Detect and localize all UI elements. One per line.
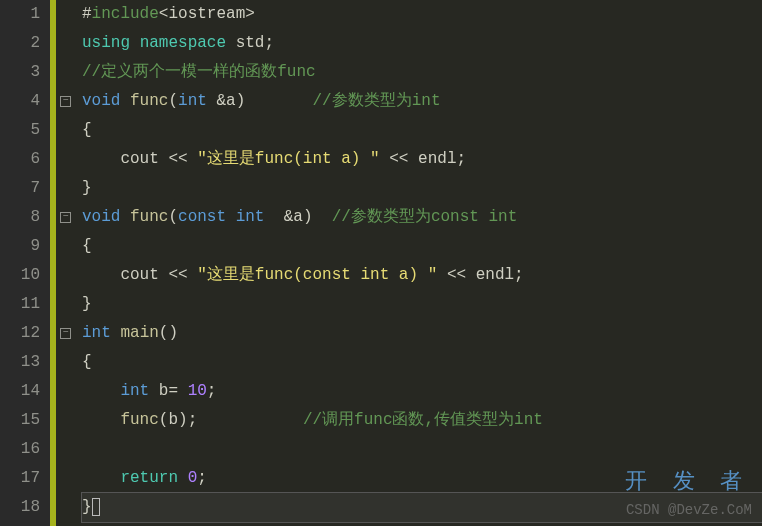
lbrace: { xyxy=(82,121,92,139)
code-line[interactable]: void func(const int &a) //参数类型为const int xyxy=(82,203,762,232)
function-name: func xyxy=(130,92,168,110)
text-cursor xyxy=(92,498,100,516)
code-line[interactable]: } xyxy=(82,174,762,203)
lbrace: { xyxy=(82,237,92,255)
string-literal: "这里是func(const int a) " xyxy=(197,266,437,284)
code-line[interactable]: //定义两个一模一样的函数func xyxy=(82,58,762,87)
line-number: 16 xyxy=(0,435,40,464)
line-number: 10 xyxy=(0,261,40,290)
namespace-name: std xyxy=(236,34,265,52)
fold-toggle[interactable]: − xyxy=(60,96,71,107)
code-line[interactable]: int b= 10; xyxy=(82,377,762,406)
code-line[interactable]: { xyxy=(82,232,762,261)
endl: endl xyxy=(418,150,456,168)
semicolon: ; xyxy=(514,266,524,284)
semicolon: ; xyxy=(456,150,466,168)
semicolon: ; xyxy=(207,382,217,400)
keyword-void: void xyxy=(82,92,120,110)
line-number: 12 xyxy=(0,319,40,348)
code-text-area[interactable]: #include<iostream> using namespace std; … xyxy=(78,0,762,526)
rbrace: } xyxy=(82,295,92,313)
line-number: 14 xyxy=(0,377,40,406)
lparen: ( xyxy=(168,92,178,110)
rparen: ) xyxy=(236,92,246,110)
line-number: 17 xyxy=(0,464,40,493)
rparen: ) xyxy=(168,324,178,342)
string-literal: "这里是func(int a) " xyxy=(197,150,379,168)
line-number: 5 xyxy=(0,116,40,145)
stream-op: << xyxy=(447,266,466,284)
lparen: ( xyxy=(159,411,169,429)
line-number: 11 xyxy=(0,290,40,319)
line-number: 13 xyxy=(0,348,40,377)
lparen: ( xyxy=(168,208,178,226)
lparen: ( xyxy=(159,324,169,342)
rbrace: } xyxy=(82,498,92,516)
var-name: b xyxy=(159,382,169,400)
semicolon: ; xyxy=(264,34,274,52)
keyword-using: using xyxy=(82,34,130,52)
line-number: 7 xyxy=(0,174,40,203)
line-number: 3 xyxy=(0,58,40,87)
code-fold-strip: − − − xyxy=(56,0,78,526)
stream-op: << xyxy=(168,266,187,284)
function-call: func xyxy=(120,411,158,429)
code-line[interactable] xyxy=(82,435,762,464)
rbrace: } xyxy=(82,179,92,197)
param-name: a xyxy=(293,208,303,226)
keyword-void: void xyxy=(82,208,120,226)
line-number: 2 xyxy=(0,29,40,58)
cout: cout xyxy=(120,150,158,168)
endl: endl xyxy=(476,266,514,284)
keyword-const: const xyxy=(178,208,226,226)
comment: //参数类型为int xyxy=(313,92,441,110)
line-number: 6 xyxy=(0,145,40,174)
angle-lt: < xyxy=(159,5,169,23)
stream-op: << xyxy=(168,150,187,168)
arg: b xyxy=(168,411,178,429)
comment: //调用func函数,传值类型为int xyxy=(303,411,543,429)
line-number: 15 xyxy=(0,406,40,435)
type-int: int xyxy=(82,324,111,342)
fold-toggle[interactable]: − xyxy=(60,212,71,223)
assign-op: = xyxy=(168,382,178,400)
code-editor: 1 2 3 4 5 6 7 8 9 10 11 12 13 14 15 16 1… xyxy=(0,0,762,526)
code-line[interactable]: void func(int &a) //参数类型为int xyxy=(82,87,762,116)
line-number-gutter: 1 2 3 4 5 6 7 8 9 10 11 12 13 14 15 16 1… xyxy=(0,0,50,526)
code-line[interactable]: using namespace std; xyxy=(82,29,762,58)
reference-op: & xyxy=(216,92,226,110)
code-line[interactable]: cout << "这里是func(int a) " << endl; xyxy=(82,145,762,174)
stream-op: << xyxy=(389,150,408,168)
code-line[interactable]: func(b); //调用func函数,传值类型为int xyxy=(82,406,762,435)
code-line[interactable]: { xyxy=(82,348,762,377)
hash: # xyxy=(82,5,92,23)
line-number: 18 xyxy=(0,493,40,522)
line-number: 1 xyxy=(0,0,40,29)
watermark-text: CSDN @DevZe.CoM xyxy=(626,502,752,518)
code-line[interactable]: int main() xyxy=(82,319,762,348)
line-number: 8 xyxy=(0,203,40,232)
type-int: int xyxy=(120,382,149,400)
keyword-namespace: namespace xyxy=(140,34,226,52)
include-directive: include xyxy=(92,5,159,23)
header-name: iostream xyxy=(168,5,245,23)
code-line[interactable]: #include<iostream> xyxy=(82,0,762,29)
reference-op: & xyxy=(284,208,294,226)
function-name: func xyxy=(130,208,168,226)
code-line[interactable]: } xyxy=(82,290,762,319)
comment: //参数类型为const int xyxy=(332,208,518,226)
lbrace: { xyxy=(82,353,92,371)
semicolon: ; xyxy=(197,469,207,487)
line-number: 9 xyxy=(0,232,40,261)
fold-toggle[interactable]: − xyxy=(60,328,71,339)
code-line[interactable]: cout << "这里是func(const int a) " << endl; xyxy=(82,261,762,290)
angle-gt: > xyxy=(245,5,255,23)
code-line[interactable]: { xyxy=(82,116,762,145)
comment: //定义两个一模一样的函数func xyxy=(82,63,316,81)
number-literal: 0 xyxy=(188,469,198,487)
param-name: a xyxy=(226,92,236,110)
cout: cout xyxy=(120,266,158,284)
keyword-return: return xyxy=(120,469,178,487)
number-literal: 10 xyxy=(188,382,207,400)
rparen: ) xyxy=(178,411,188,429)
